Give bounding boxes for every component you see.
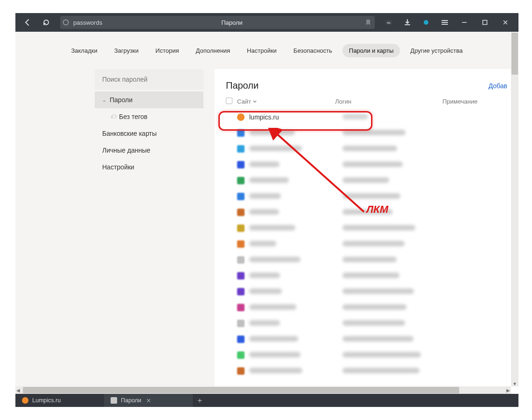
site-favicon-icon: [237, 240, 245, 248]
nav-tab[interactable]: История: [149, 44, 185, 57]
site-favicon-icon: [237, 224, 245, 232]
site-cell: [249, 129, 343, 137]
svg-text:as: as: [387, 21, 391, 24]
svg-rect-4: [483, 21, 487, 25]
sidebar-item[interactable]: Банковские карты: [95, 125, 203, 142]
add-password-link[interactable]: Добав: [489, 82, 507, 90]
login-cell: [343, 288, 450, 295]
login-cell: [343, 256, 450, 264]
login-cell: [343, 224, 450, 232]
password-row[interactable]: [215, 141, 518, 157]
window-maximize-button[interactable]: [475, 13, 495, 32]
vertical-scrollbar[interactable]: ▲ ▼: [511, 32, 518, 386]
login-cell: [343, 193, 450, 200]
site-cell: [249, 193, 343, 200]
reload-button[interactable]: [37, 13, 56, 32]
sidebar: ⌄Пароли🏷Без теговБанковские картыЛичные …: [95, 69, 203, 394]
search-passwords-field[interactable]: [95, 69, 203, 90]
scroll-down-icon[interactable]: ▼: [511, 380, 518, 387]
password-row[interactable]: [215, 331, 518, 347]
chevron-down-icon: ⌄: [102, 98, 106, 103]
tab-label: Пароли: [121, 397, 141, 404]
password-row[interactable]: lumpics.ru: [215, 109, 518, 125]
login-cell: [343, 320, 450, 327]
horizontal-scrollbar[interactable]: ◀ ▶: [15, 386, 511, 394]
column-login[interactable]: Логин: [335, 98, 442, 105]
window-close-button[interactable]: [495, 13, 516, 32]
password-row[interactable]: [215, 157, 518, 173]
site-favicon-icon: [237, 367, 245, 375]
page-content: ЗакладкиЗагрузкиИсторияДополненияНастрой…: [15, 32, 518, 394]
password-row[interactable]: [215, 204, 518, 220]
password-row[interactable]: [215, 315, 518, 331]
page-title-in-bar: Пароли: [102, 19, 362, 26]
nav-tab[interactable]: Безопасность: [287, 44, 339, 57]
select-all-checkbox[interactable]: [226, 98, 232, 104]
site-favicon-icon: [237, 113, 245, 121]
site-cell: [249, 256, 343, 264]
nav-tab[interactable]: Настройки: [240, 44, 283, 57]
address-bar[interactable]: passwords Пароли: [60, 16, 375, 29]
sidebar-item[interactable]: Личные данные: [95, 142, 203, 159]
password-row[interactable]: [215, 300, 518, 315]
site-favicon-icon: [237, 129, 245, 137]
column-note[interactable]: Примечание: [442, 98, 477, 105]
extension-weather-icon[interactable]: [417, 13, 435, 32]
settings-nav: ЗакладкиЗагрузкиИсторияДополненияНастрой…: [15, 32, 518, 69]
site-cell: [249, 161, 343, 168]
site-cell: [249, 367, 343, 375]
site-cell: [249, 240, 343, 248]
scroll-right-icon[interactable]: ▶: [504, 386, 512, 394]
site-cell: [249, 272, 343, 280]
sidebar-item-label: Банковские карты: [102, 130, 157, 137]
new-tab-button[interactable]: ＋: [193, 394, 207, 407]
sidebar-item-label: Пароли: [110, 96, 133, 104]
tab-strip: Lumpics.ruПароли✕＋: [15, 394, 518, 407]
tab-close-icon[interactable]: ✕: [146, 397, 151, 404]
extension-lastfm-icon[interactable]: as: [379, 13, 398, 32]
scroll-thumb[interactable]: [23, 387, 459, 393]
sidebar-item-label: Настройки: [102, 163, 134, 171]
nav-tab[interactable]: Закладки: [64, 44, 104, 57]
nav-tab[interactable]: Загрузки: [108, 44, 145, 57]
site-cell: [249, 304, 343, 311]
tag-icon: 🏷: [111, 113, 116, 120]
scroll-left-icon[interactable]: ◀: [15, 386, 22, 394]
back-button[interactable]: [18, 13, 37, 32]
password-row[interactable]: [215, 220, 518, 236]
login-cell: [343, 113, 450, 121]
site-cell: [249, 145, 343, 153]
password-row[interactable]: [215, 125, 518, 141]
nav-tab[interactable]: Пароли и карты: [343, 44, 400, 57]
password-row[interactable]: [215, 363, 518, 379]
password-row[interactable]: [215, 284, 518, 300]
login-cell: [343, 351, 450, 359]
menu-button[interactable]: [435, 13, 454, 32]
nav-tab[interactable]: Другие устройства: [404, 44, 469, 57]
sidebar-subitem[interactable]: 🏷Без тегов: [95, 108, 203, 125]
site-favicon-icon: [237, 161, 245, 168]
login-cell: [343, 240, 450, 248]
browser-tab[interactable]: Lumpics.ru: [15, 394, 104, 407]
search-input[interactable]: [102, 76, 196, 83]
site-favicon-icon: [237, 209, 245, 216]
sidebar-item[interactable]: Настройки: [95, 159, 203, 175]
downloads-icon[interactable]: [398, 13, 417, 32]
password-row[interactable]: [215, 189, 518, 204]
site-favicon-icon: [237, 256, 245, 264]
password-row[interactable]: [215, 252, 518, 268]
bookmark-icon[interactable]: [362, 19, 375, 26]
password-row[interactable]: [215, 347, 518, 363]
nav-tab[interactable]: Дополнения: [189, 44, 237, 57]
password-row[interactable]: [215, 173, 518, 189]
password-row[interactable]: [215, 236, 518, 252]
sidebar-item[interactable]: ⌄Пароли: [95, 91, 203, 108]
column-site[interactable]: Сайт: [237, 98, 335, 105]
login-cell: [343, 145, 450, 153]
password-row[interactable]: [215, 268, 518, 284]
browser-tab[interactable]: Пароли✕: [104, 394, 193, 407]
window-minimize-button[interactable]: [454, 13, 475, 32]
panel-title: Пароли: [226, 80, 259, 91]
scroll-thumb[interactable]: [511, 33, 518, 75]
login-cell: [343, 367, 450, 375]
